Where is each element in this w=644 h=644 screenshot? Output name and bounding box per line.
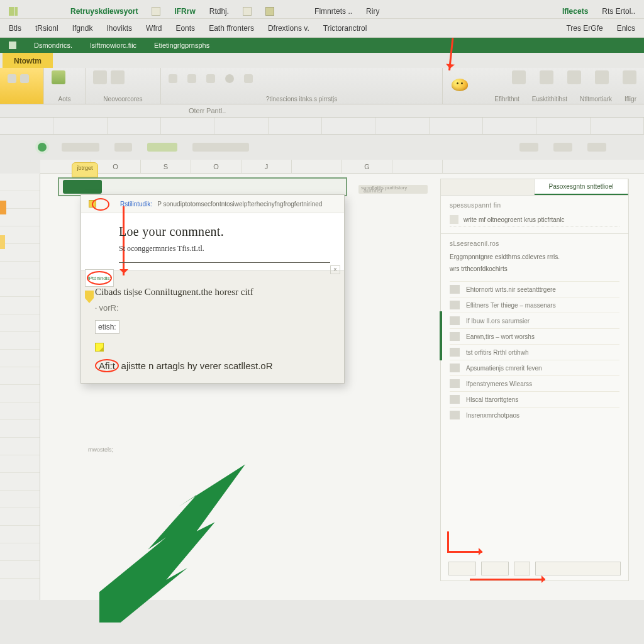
comment-badge[interactable]: IPtdnindls:: [85, 269, 114, 287]
name-bar-label: Oterr Pantl..: [189, 107, 226, 114]
ribbon-icon[interactable]: [93, 70, 107, 84]
chart-icon: [9, 7, 18, 16]
ribbon-group-right: Efihrlthnt Eusktithitihst Ntltmortiark I…: [443, 68, 644, 104]
menu-item[interactable]: Rtdhj.: [209, 7, 229, 16]
ribbon: Aots Neovoorcores ?tlnescions itnks.s pi…: [0, 68, 644, 104]
comment-note-line: [95, 340, 330, 353]
ribbon-icon[interactable]: [595, 70, 609, 84]
active-cell-tab[interactable]: jbtrget: [72, 162, 98, 177]
menu-row-1: Retruyskdiewsyort IFRrw Rtdhj. Flmnrtets…: [0, 0, 644, 19]
menu-row-2: Btls tRsionl Ifgndk Ihovikts Wfrd Eonts …: [0, 19, 644, 38]
ribbon-icon[interactable]: [206, 74, 215, 83]
task-pane-footer-button[interactable]: [514, 562, 530, 575]
column-headers[interactable]: O S O J G: [40, 160, 644, 174]
task-pane-tab[interactable]: [441, 179, 535, 195]
menu-item[interactable]: Iflecets: [562, 7, 588, 16]
menu-item[interactable]: Dfrextions v.: [268, 24, 309, 33]
spreadsheet-workspace: O S O J G jbtrget sunnflattis purittstor…: [0, 160, 644, 600]
menu-item[interactable]: Ifgndk: [72, 24, 93, 33]
ribbon-icon[interactable]: [20, 74, 29, 83]
titlebar-item[interactable]: lsiftmowiorc.fiic: [90, 42, 136, 49]
task-pane-item[interactable]: Insrenxmrchotpaos: [450, 407, 619, 423]
ribbon-icon[interactable]: [169, 74, 177, 83]
ribbon-icon[interactable]: [244, 74, 253, 83]
menu-item[interactable]: Ihovikts: [106, 24, 132, 33]
menu-item[interactable]: IFRrw: [174, 7, 195, 16]
column-header[interactable]: O: [191, 160, 242, 173]
titlebar-item[interactable]: Dsmondrics.: [34, 42, 72, 49]
ribbon-icon[interactable]: [8, 74, 16, 83]
menu-item[interactable]: Eonts: [175, 24, 195, 33]
titlebar-item[interactable]: Etietingrlgprnsphs: [154, 42, 209, 49]
smiley-icon: [452, 79, 468, 91]
ribbon-tabs: Ntowtm: [0, 53, 644, 68]
search-icon[interactable]: [225, 74, 234, 83]
item-icon: [450, 332, 460, 341]
row-highlight-icon: [0, 235, 5, 249]
faint-label: aurnrisr: [364, 187, 383, 194]
menu-item[interactable]: Enlcs: [617, 24, 635, 33]
flag-icon[interactable]: [85, 291, 94, 303]
annotation-arrow-large: [63, 462, 245, 625]
task-pane-item[interactable]: tst orfitirs Rrthl ortihwh: [450, 344, 619, 360]
menu-item[interactable]: tRsionl: [35, 24, 58, 33]
menu-item[interactable]: Rts Ertol..: [602, 7, 635, 16]
comment-side-controls: IPtdnindls:: [85, 269, 115, 303]
item-icon: [450, 348, 460, 357]
comment-header-link[interactable]: Rstilintudik:: [120, 201, 152, 208]
comment-popup[interactable]: Rstilintudik: P sonudiptotomsecfontntosi…: [80, 194, 345, 384]
column-header[interactable]: O: [91, 160, 141, 173]
task-pane-footer-button[interactable]: [481, 562, 509, 575]
menu-item[interactable]: Tres ErGfe: [566, 24, 602, 33]
chart-icon[interactable]: [52, 70, 65, 84]
comment-header: Rstilintudik: P sonudiptotomsecfontntosi…: [81, 195, 344, 213]
task-pane-section: spessuspannt fin write mf oltneogroent k…: [441, 196, 628, 233]
comment-icon: [89, 200, 96, 208]
ribbon-icon[interactable]: [512, 70, 526, 84]
selection-box[interactable]: [58, 177, 347, 196]
column-header[interactable]: [392, 160, 443, 173]
column-header[interactable]: [292, 160, 342, 173]
comment-header-text: P sonudiptotomsecfontntosiwelpfterheciny…: [157, 201, 322, 208]
menu-item[interactable]: Flmnrtets ..: [314, 7, 352, 16]
menu-item[interactable]: Retruyskdiewsyort: [70, 7, 138, 16]
formula-bar: Oterr Pantl..: [0, 104, 644, 117]
task-pane-footer-button[interactable]: [448, 562, 476, 575]
column-header[interactable]: J: [242, 160, 292, 173]
ribbon-group: Neovoorcores: [86, 68, 161, 104]
menu-item[interactable]: Riry: [366, 7, 379, 16]
menu-item[interactable]: Eath ffronters: [209, 24, 254, 33]
task-pane-section: sLsesreacnil.ros Erggmpnntgnre esldthrns…: [441, 233, 628, 281]
comment-lower: Cibads tis|se Conniltugnent.the horesr c…: [81, 270, 344, 383]
task-pane-item[interactable]: Hlscal ttarorttgtens: [450, 391, 619, 407]
task-pane-item[interactable]: If Ibuw Il.ors sarurnsier: [450, 313, 619, 328]
task-pane-footer: [441, 562, 628, 575]
item-icon: [450, 379, 460, 388]
column-header[interactable]: S: [141, 160, 191, 173]
task-pane-item[interactable]: Earwn,tirs – wort worshs: [450, 328, 619, 344]
ribbon-icon[interactable]: [111, 70, 125, 84]
task-pane-item[interactable]: Apsumatienjs cmrerit feven: [450, 360, 619, 375]
task-pane-header: sLsesreacnil.ros: [450, 240, 619, 247]
column-header[interactable]: G: [342, 160, 392, 173]
comment-text: Afi:t ajistte n artagls hy verer scatlle…: [95, 359, 330, 374]
placeholder-icon: [147, 143, 177, 152]
ribbon-icon[interactable]: [623, 70, 636, 84]
task-pane-item[interactable]: Ehtornorti wrts.nir seetantttrgere: [450, 281, 619, 297]
menu-item[interactable]: Btls: [9, 24, 21, 33]
task-pane-footer-button[interactable]: [535, 562, 621, 575]
status-indicator-icon: [38, 143, 47, 152]
annotation-circle-icon: [92, 198, 109, 211]
row-headers[interactable]: [0, 174, 40, 600]
ribbon-tab-active[interactable]: Ntowtm: [3, 53, 53, 68]
task-pane-row[interactable]: write mf oltneogroent krus pticfrtanlc: [450, 213, 619, 227]
ribbon-icon[interactable]: [567, 70, 581, 84]
menu-item[interactable]: Trictoranctrol: [323, 24, 367, 33]
ribbon-icon[interactable]: [540, 70, 553, 84]
task-pane-tab-active[interactable]: Pasoxesgntn snttetlioel: [535, 179, 628, 195]
task-pane-item[interactable]: Eflitners Ter thiege – massenars: [450, 297, 619, 313]
menu-item[interactable]: Wfrd: [146, 24, 162, 33]
annotation-underline: [470, 579, 545, 580]
task-pane-item[interactable]: Ifpenstrymeres Wlearss: [450, 375, 619, 391]
ribbon-icon[interactable]: [187, 74, 196, 83]
